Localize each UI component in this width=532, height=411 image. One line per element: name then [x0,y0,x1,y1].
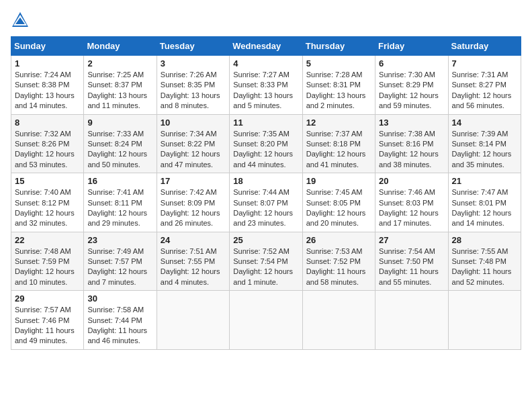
cell-content: Sunrise: 7:25 AMSunset: 8:37 PMDaylight:… [87,70,152,111]
day-number: 1 [15,58,80,68]
calendar-cell: 13Sunrise: 7:38 AMSunset: 8:16 PMDayligh… [375,114,448,173]
day-header-wednesday: Wednesday [230,37,302,56]
day-number: 10 [161,118,226,128]
cell-content: Sunrise: 7:26 AMSunset: 8:35 PMDaylight:… [161,70,226,111]
calendar-cell: 18Sunrise: 7:44 AMSunset: 8:07 PMDayligh… [230,173,302,232]
cell-content: Sunrise: 7:45 AMSunset: 8:05 PMDaylight:… [306,187,371,229]
day-header-monday: Monday [84,37,157,56]
day-number: 6 [379,58,444,68]
calendar-cell [302,291,375,350]
calendar-cell: 10Sunrise: 7:34 AMSunset: 8:22 PMDayligh… [157,114,229,173]
calendar-cell: 23Sunrise: 7:49 AMSunset: 7:57 PMDayligh… [84,232,157,291]
cell-content: Sunrise: 7:46 AMSunset: 8:03 PMDaylight:… [379,187,444,229]
day-number: 23 [87,235,152,245]
day-header-sunday: Sunday [11,37,84,56]
calendar-cell: 27Sunrise: 7:54 AMSunset: 7:50 PMDayligh… [375,232,448,291]
calendar-cell [448,291,521,350]
cell-content: Sunrise: 7:47 AMSunset: 8:01 PMDaylight:… [452,187,517,229]
cell-content: Sunrise: 7:24 AMSunset: 8:38 PMDaylight:… [15,70,80,111]
calendar-cell: 28Sunrise: 7:55 AMSunset: 7:48 PMDayligh… [448,232,521,291]
cell-content: Sunrise: 7:57 AMSunset: 7:46 PMDaylight:… [15,305,80,347]
day-number: 25 [233,235,298,245]
calendar-cell: 29Sunrise: 7:57 AMSunset: 7:46 PMDayligh… [11,291,84,350]
cell-content: Sunrise: 7:44 AMSunset: 8:07 PMDaylight:… [233,187,298,229]
cell-content: Sunrise: 7:49 AMSunset: 7:57 PMDaylight:… [87,246,152,288]
day-number: 2 [87,58,152,68]
day-number: 18 [233,176,298,186]
day-number: 12 [306,118,371,128]
day-number: 9 [87,118,152,128]
cell-content: Sunrise: 7:27 AMSunset: 8:33 PMDaylight:… [233,70,298,111]
day-number: 8 [15,118,80,128]
calendar-cell [375,291,448,350]
day-number: 13 [379,118,444,128]
day-header-thursday: Thursday [302,37,375,56]
cell-content: Sunrise: 7:52 AMSunset: 7:54 PMDaylight:… [233,246,298,288]
day-number: 16 [87,176,152,186]
calendar-cell: 12Sunrise: 7:37 AMSunset: 8:18 PMDayligh… [302,114,375,173]
calendar-cell: 7Sunrise: 7:31 AMSunset: 8:27 PMDaylight… [448,56,521,115]
cell-content: Sunrise: 7:28 AMSunset: 8:31 PMDaylight:… [306,70,371,111]
day-number: 20 [379,176,444,186]
day-number: 14 [452,118,517,128]
day-header-friday: Friday [375,37,448,56]
calendar-cell: 17Sunrise: 7:42 AMSunset: 8:09 PMDayligh… [157,173,229,232]
day-number: 15 [15,176,80,186]
day-number: 22 [15,235,80,245]
page-header [11,11,521,30]
calendar-cell [157,291,229,350]
calendar-cell: 3Sunrise: 7:26 AMSunset: 8:35 PMDaylight… [157,56,229,115]
day-number: 27 [379,235,444,245]
calendar-cell: 1Sunrise: 7:24 AMSunset: 8:38 PMDaylight… [11,56,84,115]
day-number: 7 [452,58,517,68]
cell-content: Sunrise: 7:33 AMSunset: 8:24 PMDaylight:… [87,129,152,171]
day-number: 29 [15,293,80,304]
day-number: 21 [452,176,517,186]
cell-content: Sunrise: 7:39 AMSunset: 8:14 PMDaylight:… [452,129,517,171]
calendar-cell: 8Sunrise: 7:32 AMSunset: 8:26 PMDaylight… [11,114,84,173]
calendar-cell: 16Sunrise: 7:41 AMSunset: 8:11 PMDayligh… [84,173,157,232]
calendar-cell: 9Sunrise: 7:33 AMSunset: 8:24 PMDaylight… [84,114,157,173]
cell-content: Sunrise: 7:51 AMSunset: 7:55 PMDaylight:… [161,246,226,288]
day-number: 4 [233,58,298,68]
cell-content: Sunrise: 7:54 AMSunset: 7:50 PMDaylight:… [379,246,444,288]
day-number: 24 [161,235,226,245]
calendar-cell: 20Sunrise: 7:46 AMSunset: 8:03 PMDayligh… [375,173,448,232]
cell-content: Sunrise: 7:48 AMSunset: 7:59 PMDaylight:… [15,246,80,288]
day-number: 28 [452,235,517,245]
calendar-cell: 25Sunrise: 7:52 AMSunset: 7:54 PMDayligh… [230,232,302,291]
calendar-table: SundayMondayTuesdayWednesdayThursdayFrid… [11,36,521,350]
day-header-tuesday: Tuesday [157,37,229,56]
calendar-cell: 19Sunrise: 7:45 AMSunset: 8:05 PMDayligh… [302,173,375,232]
logo-icon [11,11,30,30]
day-number: 11 [233,118,298,128]
cell-content: Sunrise: 7:58 AMSunset: 7:44 PMDaylight:… [87,305,152,347]
calendar-cell: 14Sunrise: 7:39 AMSunset: 8:14 PMDayligh… [448,114,521,173]
day-header-saturday: Saturday [448,37,521,56]
day-number: 19 [306,176,371,186]
calendar-cell: 6Sunrise: 7:30 AMSunset: 8:29 PMDaylight… [375,56,448,115]
cell-content: Sunrise: 7:34 AMSunset: 8:22 PMDaylight:… [161,129,226,171]
calendar-cell: 24Sunrise: 7:51 AMSunset: 7:55 PMDayligh… [157,232,229,291]
cell-content: Sunrise: 7:40 AMSunset: 8:12 PMDaylight:… [15,187,80,229]
calendar-cell: 4Sunrise: 7:27 AMSunset: 8:33 PMDaylight… [230,56,302,115]
calendar-cell [230,291,302,350]
cell-content: Sunrise: 7:31 AMSunset: 8:27 PMDaylight:… [452,70,517,111]
calendar-cell: 21Sunrise: 7:47 AMSunset: 8:01 PMDayligh… [448,173,521,232]
calendar-cell: 11Sunrise: 7:35 AMSunset: 8:20 PMDayligh… [230,114,302,173]
cell-content: Sunrise: 7:35 AMSunset: 8:20 PMDaylight:… [233,129,298,171]
cell-content: Sunrise: 7:38 AMSunset: 8:16 PMDaylight:… [379,129,444,171]
calendar-cell: 5Sunrise: 7:28 AMSunset: 8:31 PMDaylight… [302,56,375,115]
cell-content: Sunrise: 7:53 AMSunset: 7:52 PMDaylight:… [306,246,371,288]
day-number: 30 [87,293,152,304]
logo [11,11,32,30]
calendar-cell: 30Sunrise: 7:58 AMSunset: 7:44 PMDayligh… [84,291,157,350]
cell-content: Sunrise: 7:30 AMSunset: 8:29 PMDaylight:… [379,70,444,111]
calendar-cell: 2Sunrise: 7:25 AMSunset: 8:37 PMDaylight… [84,56,157,115]
day-number: 5 [306,58,371,68]
cell-content: Sunrise: 7:32 AMSunset: 8:26 PMDaylight:… [15,129,80,171]
cell-content: Sunrise: 7:41 AMSunset: 8:11 PMDaylight:… [87,187,152,229]
calendar-cell: 26Sunrise: 7:53 AMSunset: 7:52 PMDayligh… [302,232,375,291]
calendar-cell: 15Sunrise: 7:40 AMSunset: 8:12 PMDayligh… [11,173,84,232]
day-number: 3 [161,58,226,68]
